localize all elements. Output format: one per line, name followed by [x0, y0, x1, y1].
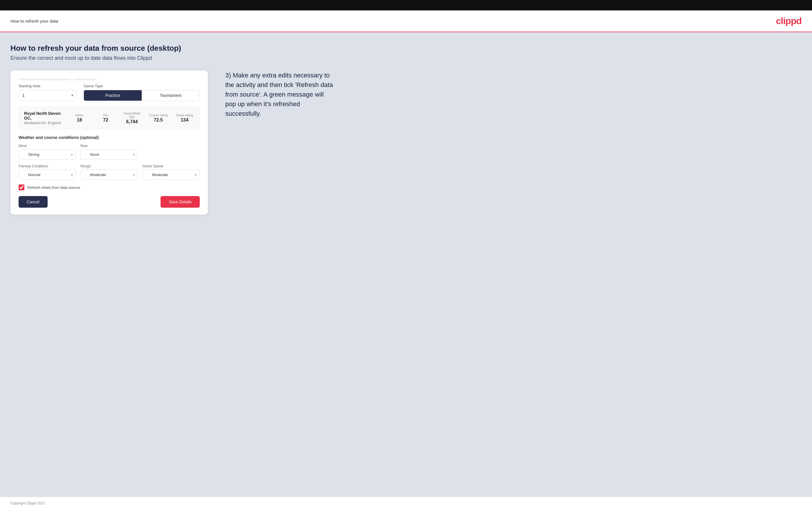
logo: clippd: [776, 16, 802, 26]
par-value: 72: [96, 117, 115, 123]
wind-select[interactable]: Strong Calm Moderate: [18, 149, 76, 160]
main-content: How to refresh your data from source (de…: [0, 32, 812, 497]
course-name: Royal North Devon GC,: [24, 111, 63, 120]
holes-label: Holes: [70, 113, 89, 117]
slope-rating-stat: Slope rating 134: [175, 113, 194, 123]
rain-label: Rain: [81, 144, 138, 148]
refresh-checkbox-label: Refresh shots from data source: [27, 185, 80, 190]
yards-value: 6,744: [122, 119, 142, 124]
top-bar: [0, 0, 812, 10]
fairway-label: Fairway Conditions: [18, 164, 76, 168]
game-type-group: Game Type Practice Tournament: [84, 84, 200, 101]
yards-label: Yards/White (M)): [122, 112, 142, 119]
course-rating-value: 72.5: [149, 117, 168, 123]
fairway-rough-green-row: Fairway Conditions 🏌 Normal Wet Firm ▾ R…: [18, 164, 200, 180]
page-heading: How to refresh your data from source (de…: [10, 44, 802, 53]
wind-label: Wind: [18, 144, 76, 148]
green-speed-label: Green Speed: [143, 164, 200, 168]
wind-rain-row: Wind 🌬 Strong Calm Moderate ▾ Rain: [18, 144, 200, 160]
fairway-select[interactable]: Normal Wet Firm: [18, 170, 76, 180]
conditions-section-title: Weather and course conditions (optional): [18, 135, 200, 140]
green-speed-select-wrapper: ⛳ Moderate Fast Slow ▾: [143, 170, 200, 180]
tab-strip: [18, 78, 200, 80]
rough-group: Rough 🌿 Moderate Light Heavy ▾: [81, 164, 138, 180]
course-info-row: Royal North Devon GC, Westward Ho!, Engl…: [18, 107, 200, 129]
cancel-button[interactable]: Cancel: [18, 196, 48, 208]
header: How to refresh your data clippd: [0, 10, 812, 32]
wind-group: Wind 🌬 Strong Calm Moderate ▾: [18, 144, 76, 160]
starting-hole-group: Starting Hole 1 10 ▾: [18, 84, 77, 101]
green-speed-group: Green Speed ⛳ Moderate Fast Slow ▾: [143, 164, 200, 180]
form-card: Starting Hole 1 10 ▾ Game Type Practice …: [10, 70, 208, 215]
green-speed-select[interactable]: Moderate Fast Slow: [143, 170, 200, 180]
starting-hole-label: Starting Hole: [18, 84, 77, 88]
par-stat: Par 72: [96, 113, 115, 123]
course-location: Westward Ho!, England: [24, 121, 63, 125]
par-label: Par: [96, 113, 115, 117]
content-area: Starting Hole 1 10 ▾ Game Type Practice …: [10, 70, 802, 215]
save-button[interactable]: Save Details: [160, 196, 200, 208]
fairway-group: Fairway Conditions 🏌 Normal Wet Firm ▾: [18, 164, 76, 180]
course-rating-label: Course rating: [149, 113, 168, 117]
fairway-select-wrapper: 🏌 Normal Wet Firm ▾: [18, 170, 76, 180]
rough-select-wrapper: 🌿 Moderate Light Heavy ▾: [81, 170, 138, 180]
side-description: 3) Make any extra edits necessary to the…: [225, 70, 336, 118]
copyright-text: Copyright Clippd 2022: [10, 501, 45, 505]
side-text: 3) Make any extra edits necessary to the…: [225, 70, 336, 118]
starting-hole-select-wrapper: 1 10 ▾: [18, 90, 77, 101]
course-name-block: Royal North Devon GC, Westward Ho!, Engl…: [24, 111, 63, 125]
tournament-button[interactable]: Tournament: [142, 90, 200, 101]
game-type-buttons: Practice Tournament: [84, 90, 200, 101]
rain-select-wrapper: ☀ None Light Heavy ▾: [81, 149, 138, 160]
header-title: How to refresh your data: [10, 18, 58, 23]
starting-hole-gametype-row: Starting Hole 1 10 ▾ Game Type Practice …: [18, 84, 200, 101]
rain-select[interactable]: None Light Heavy: [81, 149, 138, 160]
rain-group: Rain ☀ None Light Heavy ▾: [81, 144, 138, 160]
page-subheading: Ensure the correct and most up to date d…: [10, 55, 802, 61]
refresh-checkbox-row: Refresh shots from data source: [18, 184, 200, 190]
form-actions: Cancel Save Details: [18, 196, 200, 208]
rough-label: Rough: [81, 164, 138, 168]
practice-button[interactable]: Practice: [84, 90, 142, 101]
holes-value: 18: [70, 117, 89, 123]
slope-rating-value: 134: [175, 117, 194, 123]
slope-rating-label: Slope rating: [175, 113, 194, 117]
refresh-checkbox[interactable]: [18, 184, 24, 190]
starting-hole-select[interactable]: 1 10: [18, 90, 77, 101]
wind-select-wrapper: 🌬 Strong Calm Moderate ▾: [18, 149, 76, 160]
course-rating-stat: Course rating 72.5: [149, 113, 168, 123]
game-type-label: Game Type: [84, 84, 200, 88]
footer: Copyright Clippd 2022: [0, 497, 812, 507]
holes-stat: Holes 18: [70, 113, 89, 123]
rough-select[interactable]: Moderate Light Heavy: [81, 170, 138, 180]
yards-stat: Yards/White (M)) 6,744: [122, 112, 142, 124]
